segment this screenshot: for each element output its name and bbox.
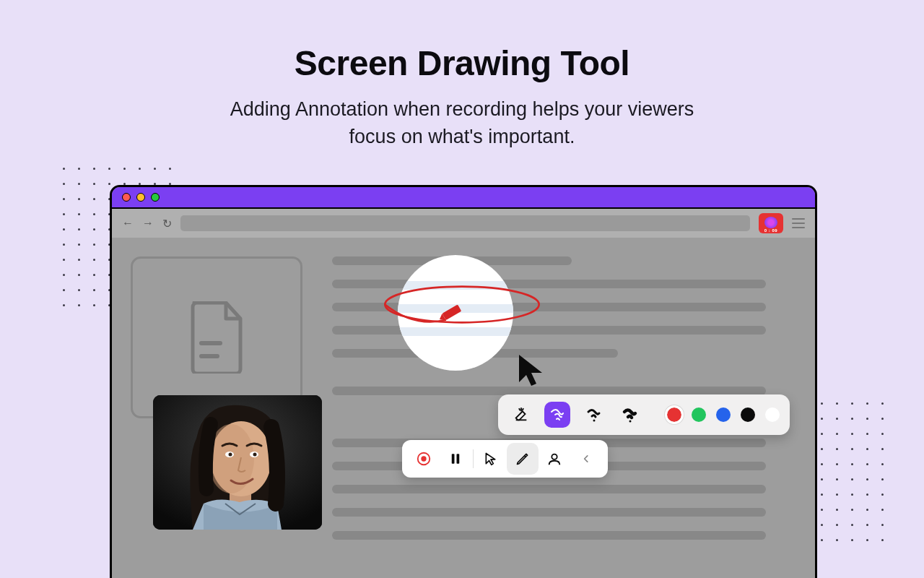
window-minimize-button[interactable]	[136, 193, 145, 202]
svg-point-11	[229, 453, 232, 457]
cursor-tool-button[interactable]	[475, 443, 507, 475]
nav-back-icon[interactable]: ←	[122, 217, 134, 230]
browser-window: ← → ↻ 0 : 09	[110, 185, 817, 578]
pause-button[interactable]	[440, 443, 471, 475]
pen-thick-button[interactable]	[616, 402, 642, 428]
color-swatch-green[interactable]	[692, 407, 706, 422]
collapse-button[interactable]	[570, 443, 602, 475]
spotlight-circle	[398, 255, 513, 371]
svg-point-13	[253, 453, 257, 457]
window-titlebar	[112, 187, 815, 209]
record-button[interactable]	[408, 443, 440, 475]
cursor-icon	[516, 353, 545, 388]
color-swatch-red[interactable]	[667, 407, 681, 422]
address-bar[interactable]	[180, 215, 750, 231]
color-swatch-black[interactable]	[741, 407, 755, 422]
page-subtitle: Adding Annotation when recording helps y…	[0, 96, 924, 151]
eraser-button[interactable]	[508, 402, 534, 428]
svg-point-15	[629, 420, 632, 423]
page-title: Screen Drawing Tool	[0, 43, 924, 83]
webcam-toggle-button[interactable]	[539, 443, 570, 475]
recorder-icon	[764, 217, 777, 228]
divider	[473, 449, 474, 468]
svg-rect-19	[457, 454, 460, 464]
svg-point-14	[593, 420, 596, 422]
document-icon	[188, 301, 245, 374]
svg-rect-18	[452, 454, 455, 464]
color-swatch-white[interactable]	[765, 407, 780, 422]
drawing-toolbar	[498, 394, 790, 435]
recording-timer: 0 : 09	[764, 228, 777, 233]
window-close-button[interactable]	[122, 193, 131, 202]
pen-thin-button[interactable]	[544, 402, 570, 428]
page-content	[112, 238, 815, 578]
color-swatch-blue[interactable]	[716, 407, 731, 422]
recorder-extension-badge[interactable]: 0 : 09	[759, 213, 783, 233]
nav-forward-icon[interactable]: →	[142, 217, 154, 230]
pencil-tool-button[interactable]	[507, 443, 539, 475]
nav-reload-icon[interactable]: ↻	[162, 217, 172, 230]
recorder-control-bar	[402, 440, 608, 478]
document-thumbnail	[131, 256, 302, 418]
svg-point-17	[421, 456, 426, 461]
webcam-preview[interactable]	[153, 395, 322, 530]
browser-toolbar: ← → ↻ 0 : 09	[112, 209, 815, 238]
window-maximize-button[interactable]	[151, 193, 160, 202]
pen-medium-button[interactable]	[580, 402, 606, 428]
browser-menu-icon[interactable]	[792, 218, 805, 228]
svg-point-20	[552, 454, 557, 460]
